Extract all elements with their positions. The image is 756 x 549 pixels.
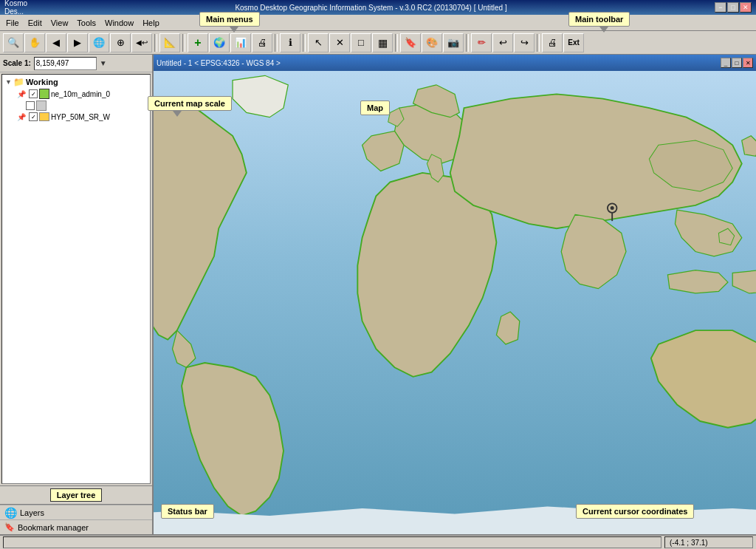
scale-label: Scale 1:: [3, 59, 31, 67]
grid-button[interactable]: ▦: [372, 33, 393, 52]
layers-tab-label: Layers: [20, 508, 44, 517]
title-bar: Kosmo Des... Kosmo Desktop Geographic In…: [0, 0, 756, 15]
world-map-svg: [154, 71, 756, 534]
deselect-button[interactable]: ✕: [329, 33, 350, 52]
layer-color-swatch-1: [39, 89, 49, 99]
title-text: Kosmo Des...: [4, 0, 27, 16]
layer-checkbox-2[interactable]: [29, 112, 38, 121]
map-window-controls[interactable]: _ □ ✕: [721, 58, 753, 68]
globe-icon: 🌐: [4, 507, 17, 519]
attribute-table-button[interactable]: 📊: [230, 33, 251, 52]
layer-tree-label-bar: Layer tree: [0, 485, 152, 505]
maximize-button[interactable]: □: [727, 2, 739, 13]
separator-4: [303, 34, 306, 52]
layer-color-swatch-2: [39, 112, 49, 121]
bookmark-icon: 🔖: [4, 522, 15, 532]
map-window-close[interactable]: ✕: [743, 58, 753, 68]
wms-button[interactable]: 🌍: [209, 33, 230, 52]
zoom-previous-button[interactable]: ◀↩: [131, 33, 152, 52]
separator-3: [275, 34, 278, 52]
menu-bar: File Edit View Tools Window Help: [0, 15, 756, 31]
map-canvas[interactable]: Map: [154, 71, 756, 534]
coordinates-text: (-4.1 ; 37.1): [670, 539, 708, 547]
menu-view[interactable]: View: [47, 17, 73, 29]
camera-button[interactable]: 📷: [443, 33, 464, 52]
layer-pin-1: 📌: [17, 90, 26, 98]
redo-button[interactable]: ↪: [514, 33, 535, 52]
layer-item-hyp50m[interactable]: 📌 HYP_50M_SR_W: [5, 112, 147, 122]
folder-icon: 📁: [13, 77, 24, 87]
menu-window[interactable]: Window: [100, 17, 138, 29]
scale-input[interactable]: [34, 57, 97, 70]
edit-button[interactable]: ✏: [471, 33, 492, 52]
map-window-title: Untitled - 1 < EPSG:4326 - WGS 84 >: [157, 59, 281, 67]
layer-group-header[interactable]: ▼ 📁 Working: [5, 76, 147, 88]
layer-group-working: ▼ 📁 Working 📌 ne_10m_admin_0: [2, 75, 150, 123]
refresh-button[interactable]: 🌐: [89, 33, 109, 52]
add-layer-button[interactable]: +: [188, 33, 208, 52]
layer-checkbox-sub[interactable]: [26, 101, 35, 110]
undo-button[interactable]: ↩: [492, 33, 513, 52]
select-button[interactable]: ↖: [308, 33, 329, 52]
menu-tools[interactable]: Tools: [72, 17, 100, 29]
scale-bar: Scale 1: ▼: [0, 55, 152, 72]
main-toolbar: 🔍 ✋ ◀ ▶ 🌐 ⊕ ◀↩ 📐 + 🌍 📊 🖨 ℹ ↖ ✕ □ ▦ 🔖 🎨 📷…: [0, 31, 756, 55]
title-center: Kosmo Desktop Geographic Information Sys…: [27, 4, 715, 12]
collapse-icon: ▼: [5, 78, 12, 86]
separator-2: [182, 34, 185, 52]
minimize-button[interactable]: −: [715, 2, 726, 13]
workspace: Scale 1: ▼ ▼ 📁 Working 📌 ne_10m_admin_0: [0, 55, 756, 534]
print2-button[interactable]: 🖨: [542, 33, 563, 52]
map-window-minimize[interactable]: _: [721, 58, 731, 68]
layer-tree-annotation: Layer tree: [50, 488, 103, 502]
zoom-in-button[interactable]: 🔍: [3, 33, 24, 52]
layer-item-ne10m[interactable]: 📌 ne_10m_admin_0: [5, 88, 147, 100]
layer-pin-2: 📌: [17, 113, 26, 121]
scale-dropdown-arrow[interactable]: ▼: [100, 59, 107, 67]
separator-7: [537, 34, 540, 52]
measure-button[interactable]: 📐: [159, 33, 180, 52]
separator-5: [395, 34, 398, 52]
status-message: [3, 536, 662, 548]
layer-name-1: ne_10m_admin_0: [51, 90, 110, 98]
bookmark-button[interactable]: 🔖: [400, 33, 421, 52]
style-button[interactable]: 🎨: [422, 33, 442, 52]
layer-checkbox-1[interactable]: [29, 89, 38, 98]
layer-name-2: HYP_50M_SR_W: [51, 113, 110, 121]
zoom-extent-button[interactable]: ⊕: [110, 33, 131, 52]
menu-file[interactable]: File: [1, 17, 24, 29]
menu-edit[interactable]: Edit: [24, 17, 47, 29]
group-name: Working: [26, 78, 58, 86]
map-window-restore[interactable]: □: [732, 58, 742, 68]
left-panel: Scale 1: ▼ ▼ 📁 Working 📌 ne_10m_admin_0: [0, 55, 154, 534]
separator-1: [154, 34, 157, 52]
select-all-button[interactable]: □: [351, 33, 371, 52]
back-button[interactable]: ◀: [46, 33, 66, 52]
bookmark-tab[interactable]: 🔖 Bookmark manager: [0, 519, 152, 534]
bottom-tabs: 🌐 Layers 🔖 Bookmark manager: [0, 505, 152, 534]
info-button[interactable]: ℹ: [280, 33, 300, 52]
map-window-title-bar: Untitled - 1 < EPSG:4326 - WGS 84 > _ □ …: [154, 55, 756, 71]
window-controls[interactable]: − □ ✕: [715, 2, 752, 13]
coordinates-display: (-4.1 ; 37.1): [664, 536, 753, 548]
layer-item-sub[interactable]: [5, 100, 147, 112]
bookmark-tab-label: Bookmark manager: [18, 523, 89, 532]
layer-color-sub: [36, 100, 47, 111]
layers-tab[interactable]: 🌐 Layers: [0, 505, 152, 519]
menu-help[interactable]: Help: [138, 17, 164, 29]
map-area: Untitled - 1 < EPSG:4326 - WGS 84 > _ □ …: [154, 55, 756, 534]
close-button[interactable]: ✕: [740, 2, 752, 13]
ext-button[interactable]: Ext: [563, 33, 584, 52]
forward-button[interactable]: ▶: [67, 33, 88, 52]
print-button[interactable]: 🖨: [252, 33, 272, 52]
svg-point-2: [611, 206, 614, 210]
layer-tree-panel: ▼ 📁 Working 📌 ne_10m_admin_0: [1, 74, 151, 484]
separator-6: [466, 34, 469, 52]
status-bar: (-4.1 ; 37.1): [0, 534, 756, 549]
pan-button[interactable]: ✋: [24, 33, 45, 52]
